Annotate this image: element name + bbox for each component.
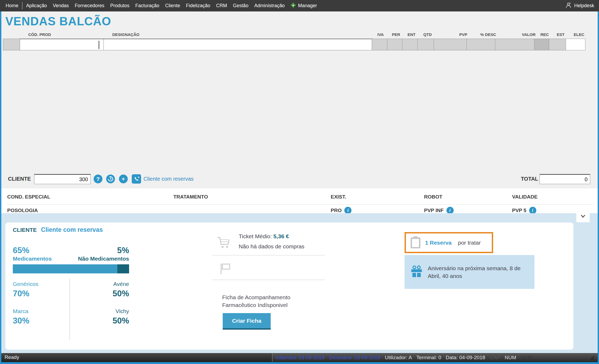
cliente-com-reservas-link[interactable]: Cliente com reservas — [143, 176, 194, 182]
status-data: Data: 04-09-2018 — [446, 355, 485, 361]
col-header-desc: % DESC — [469, 32, 498, 38]
info-icon[interactable]: i — [446, 207, 454, 214]
add-client-icon[interactable]: + — [119, 175, 128, 183]
pvp-cell — [434, 39, 467, 50]
helpdesk-label: Helpdesk — [574, 3, 594, 9]
sales-mix-bar — [13, 264, 129, 273]
status-infarmed: Infarmed: 03-09-2018 — [276, 355, 325, 361]
col-header-designacao: DESIGNAÇÃO — [104, 32, 373, 38]
status-right-panel: Infarmed: 03-09-2018 Dicionário: 03-09-2… — [272, 353, 597, 362]
vichy-pct: 50% — [113, 316, 129, 326]
detail-header-tratamento: TRATAMENTO — [173, 194, 208, 200]
vichy-label: Vichy — [115, 308, 129, 314]
detail-divider — [6, 204, 593, 205]
birthday-notice-box: Aniversário na próxima semana, 8 de Abri… — [405, 255, 534, 289]
vertical-divider — [69, 279, 70, 340]
cliente-code-input[interactable] — [34, 175, 90, 184]
brand-split-block: Genéricos 70% Marca 30% Avéne 50% Vichy … — [13, 279, 129, 340]
col-header-elec: ELEC — [569, 32, 589, 38]
avene-label: Avéne — [113, 281, 129, 287]
reserva-count[interactable]: 1 Reserva — [425, 240, 452, 246]
menu-fidelizacao[interactable]: Fidelização — [183, 3, 213, 9]
status-caps-lock: CAP — [490, 355, 500, 361]
col-header-iva: IVA — [373, 32, 388, 38]
helpdesk[interactable]: Helpdesk — [566, 2, 599, 10]
flag-icon — [220, 263, 231, 276]
nao-medicamentos-bar-segment — [117, 264, 129, 273]
menu-bar: Home Aplicação Vendas Fornecedores Produ… — [0, 0, 599, 11]
per-cell — [387, 39, 402, 50]
menu-cliente[interactable]: Cliente — [162, 3, 183, 9]
menu-crm[interactable]: CRM — [213, 3, 230, 9]
menu-administracao[interactable]: Administração — [251, 3, 287, 9]
total-field-wrap — [540, 174, 590, 184]
client-summary-card: CLIENTE Cliente com reservas 65% Medicam… — [5, 223, 573, 350]
ent-cell — [402, 39, 418, 50]
pharmacy-cross-icon: w — [290, 2, 296, 9]
iva-cell — [372, 39, 387, 50]
cod-prod-field-wrap — [20, 39, 104, 50]
clipboard-icon — [410, 236, 421, 249]
marca-pct: 30% — [13, 316, 29, 326]
qtd-cell — [417, 39, 434, 50]
menu-manager-label: Manager — [298, 3, 317, 9]
menu-home[interactable]: Home — [3, 3, 21, 9]
text-caret — [99, 41, 99, 49]
info-icon[interactable]: i — [529, 207, 536, 214]
panel-client-name[interactable]: Cliente com reservas — [41, 226, 103, 233]
app-window: VENDAS BALCÃO CÓD. PROD DESIGNAÇÃO IVA P… — [1, 11, 598, 362]
menu-gestao[interactable]: Gestão — [230, 3, 251, 9]
detail-header-validade: VALIDADE — [512, 194, 538, 200]
phone-contact-icon[interactable] — [132, 174, 141, 184]
menu-fornecedores[interactable]: Fornecedores — [72, 3, 107, 9]
cod-prod-input[interactable] — [20, 39, 103, 50]
designacao-field-wrap — [103, 39, 372, 50]
menu-produtos[interactable]: Produtos — [107, 3, 132, 9]
person-icon — [566, 2, 572, 10]
status-scroll-lock: SCRL — [521, 355, 534, 361]
detail-header-robot: ROBOT — [424, 194, 442, 200]
reserva-status: por tratar — [458, 240, 481, 246]
genericos-pct: 70% — [13, 289, 29, 298]
ticket-medio-line: Ticket Médio: 5,36 € — [239, 233, 289, 240]
col-header-pvp: PVP — [436, 32, 469, 38]
birthday-text: Aniversário na próxima semana, 8 de Abri… — [428, 264, 522, 280]
cliente-label: CLIENTE — [8, 176, 31, 182]
menu-vendas[interactable]: Vendas — [50, 3, 72, 9]
col-header-ent: ENT — [404, 32, 419, 38]
col-header-qtd: QTD — [419, 32, 436, 38]
col-header-valor: VALOR — [498, 32, 537, 38]
resize-grip[interactable] — [590, 355, 594, 360]
row-selector-cell — [3, 39, 20, 50]
total-label: TOTAL — [521, 176, 538, 182]
total-input[interactable] — [540, 175, 590, 184]
gift-icon — [410, 265, 423, 279]
rec-cell — [534, 39, 549, 50]
client-card-header: CLIENTE Cliente com reservas — [13, 226, 103, 233]
chevron-down-icon — [580, 213, 586, 220]
designacao-input[interactable] — [104, 39, 372, 50]
collapse-panel-button[interactable] — [576, 210, 590, 222]
status-ready: Ready — [5, 354, 19, 360]
panel-cliente-label: CLIENTE — [13, 227, 37, 233]
info-icon[interactable]: i — [344, 207, 352, 214]
menu-facturacao[interactable]: Facturação — [132, 3, 162, 9]
col-header-est: EST — [552, 32, 569, 38]
genericos-label: Genéricos — [13, 281, 38, 287]
help-icon[interactable]: ? — [94, 175, 102, 183]
col-header-cod-prod: CÓD. PROD — [20, 32, 104, 38]
reserva-alert-box[interactable]: 1 Reserva por tratar — [405, 232, 493, 253]
page-title: VENDAS BALCÃO — [5, 15, 111, 28]
menu-manager[interactable]: w Manager — [287, 2, 320, 9]
nao-medicamentos-label: Não Medicamentos — [78, 255, 129, 262]
history-icon[interactable] — [106, 175, 115, 183]
section-divider — [212, 280, 325, 280]
svg-text:w: w — [292, 4, 294, 7]
menu-separator — [22, 2, 22, 9]
medicamentos-label: Medicamentos — [13, 255, 52, 262]
criar-ficha-button[interactable]: Criar Ficha — [223, 313, 271, 330]
medicamentos-bar-segment — [13, 264, 117, 273]
menu-aplicacao[interactable]: Aplicação — [23, 3, 50, 9]
status-bar: Ready Infarmed: 03-09-2018 Dicionário: 0… — [1, 353, 598, 362]
status-utilizador: Utilizador: A — [385, 355, 412, 361]
